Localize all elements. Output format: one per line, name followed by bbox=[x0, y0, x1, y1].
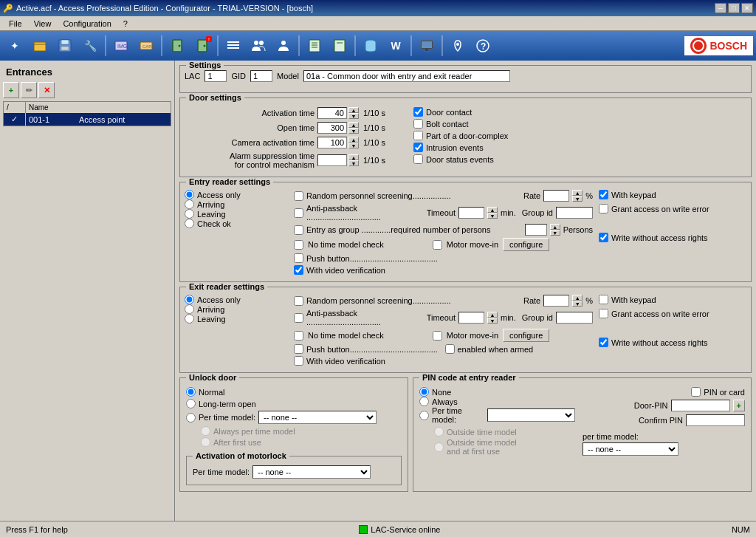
card-button[interactable]: CARD bbox=[134, 34, 158, 58]
visitor-button[interactable] bbox=[272, 34, 295, 58]
exit-timeout-down[interactable]: ▼ bbox=[487, 318, 498, 324]
report2-button[interactable] bbox=[328, 34, 351, 58]
motorlock-per-time-select[interactable]: -- none -- bbox=[252, 465, 371, 479]
add-pin-button[interactable]: + bbox=[733, 400, 745, 411]
bolt-contact-checkbox[interactable] bbox=[413, 119, 423, 129]
exit-rate-up[interactable]: ▲ bbox=[572, 295, 583, 301]
door-complex-checkbox[interactable] bbox=[413, 131, 423, 140]
unlock-normal-radio[interactable] bbox=[186, 387, 196, 397]
exit-grant-checkbox[interactable] bbox=[599, 309, 608, 318]
entry-write-checkbox[interactable] bbox=[599, 233, 608, 242]
alarm-button[interactable]: ! bbox=[190, 34, 214, 58]
exit-write-checkbox[interactable] bbox=[599, 338, 608, 347]
entry-access-only-radio[interactable] bbox=[185, 190, 194, 199]
menu-view[interactable]: View bbox=[28, 18, 58, 30]
exit-timeout-up[interactable]: ▲ bbox=[487, 312, 498, 318]
exit-no-time-checkbox[interactable] bbox=[294, 331, 303, 341]
activation-time-up[interactable]: ▲ bbox=[348, 107, 359, 113]
entry-no-time-checkbox[interactable] bbox=[294, 240, 303, 250]
map-button[interactable] bbox=[446, 34, 470, 58]
door-pin-input[interactable] bbox=[671, 400, 730, 411]
entry-timeout-down[interactable]: ▼ bbox=[487, 213, 498, 219]
entry-persons-up[interactable]: ▲ bbox=[550, 224, 560, 230]
pin-always-radio[interactable] bbox=[419, 397, 429, 406]
menu-file[interactable]: File bbox=[3, 18, 28, 30]
gid-input[interactable] bbox=[250, 70, 272, 82]
exit-arriving-radio[interactable] bbox=[185, 304, 194, 314]
entry-push-checkbox[interactable] bbox=[294, 253, 303, 263]
exit-rate-input[interactable] bbox=[543, 295, 569, 307]
db-button[interactable] bbox=[359, 34, 382, 58]
entry-timeout-up[interactable]: ▲ bbox=[487, 207, 498, 213]
exit-push-checkbox[interactable] bbox=[294, 344, 303, 354]
pin-or-card-checkbox[interactable] bbox=[691, 387, 701, 397]
alarm-time-down[interactable]: ▼ bbox=[348, 160, 359, 166]
report1-button[interactable] bbox=[303, 34, 326, 58]
monitor-button[interactable] bbox=[415, 34, 439, 58]
unlock-after-radio[interactable] bbox=[201, 437, 210, 447]
pin-per-time-select[interactable] bbox=[487, 408, 576, 422]
new-button[interactable]: ✦ bbox=[3, 34, 27, 58]
open-time-down[interactable]: ▼ bbox=[348, 128, 359, 134]
exit-leaving-radio[interactable] bbox=[185, 314, 194, 324]
activation-time-down[interactable]: ▼ bbox=[348, 113, 359, 119]
unlock-always-radio[interactable] bbox=[201, 426, 210, 436]
pin-none-radio[interactable] bbox=[419, 387, 429, 397]
exit-rate-down[interactable]: ▼ bbox=[572, 301, 583, 307]
exit-random-checkbox[interactable] bbox=[294, 296, 303, 306]
exit-keypad-checkbox[interactable] bbox=[599, 295, 608, 304]
pin-per-time-model-select[interactable]: -- none -- bbox=[583, 442, 678, 456]
entry-timeout-input[interactable] bbox=[458, 207, 484, 219]
help-button[interactable]: ? bbox=[471, 34, 495, 58]
model-input[interactable] bbox=[303, 70, 510, 82]
persons-button[interactable] bbox=[247, 34, 270, 58]
exit-motor-checkbox[interactable] bbox=[433, 331, 442, 341]
entry-persons-input[interactable] bbox=[525, 224, 547, 236]
floor-button[interactable] bbox=[221, 34, 245, 58]
delete-entrance-button[interactable]: ✕ bbox=[38, 82, 55, 98]
entry-rate-down[interactable]: ▼ bbox=[572, 196, 583, 202]
entry-grant-checkbox[interactable] bbox=[599, 204, 608, 213]
activation-time-input[interactable] bbox=[317, 107, 347, 119]
entry-check-ok-radio[interactable] bbox=[185, 219, 194, 228]
unlock-per-time-select[interactable]: -- none -- bbox=[258, 411, 377, 424]
minimize-button[interactable]: ─ bbox=[715, 3, 726, 13]
pin-per-time-radio[interactable] bbox=[419, 411, 429, 420]
intrusion-events-checkbox[interactable] bbox=[413, 143, 423, 152]
confirm-pin-input[interactable] bbox=[686, 414, 745, 426]
save-button[interactable] bbox=[53, 34, 77, 58]
open-time-input[interactable] bbox=[317, 122, 347, 134]
camera-time-input[interactable] bbox=[317, 137, 347, 148]
entry-video-checkbox[interactable] bbox=[294, 265, 303, 275]
entry-configure-button[interactable]: configure bbox=[503, 238, 549, 251]
door-contact-checkbox[interactable] bbox=[413, 107, 423, 117]
door-status-checkbox[interactable] bbox=[413, 154, 423, 164]
entry-motor-checkbox[interactable] bbox=[433, 240, 442, 250]
entry-random-checkbox[interactable] bbox=[294, 191, 303, 201]
entry-arriving-radio[interactable] bbox=[185, 199, 194, 209]
tools-button[interactable]: 🔧 bbox=[78, 34, 102, 58]
exit-timeout-input[interactable] bbox=[458, 312, 484, 324]
close-button[interactable]: ✕ bbox=[741, 3, 753, 13]
maximize-button[interactable]: □ bbox=[728, 3, 740, 13]
menu-configuration[interactable]: Configuration bbox=[57, 18, 117, 30]
menu-help[interactable]: ? bbox=[117, 18, 134, 30]
exit-apb-checkbox[interactable] bbox=[294, 313, 303, 323]
alarm-time-up[interactable]: ▲ bbox=[348, 154, 359, 160]
tree-item-access-point[interactable]: ✓ 001-1 Access point bbox=[3, 113, 171, 126]
add-entrance-button[interactable]: + bbox=[3, 82, 19, 98]
entry-rate-up[interactable]: ▲ bbox=[572, 190, 583, 196]
door-button[interactable] bbox=[165, 34, 189, 58]
edit-entrance-button[interactable]: ✏ bbox=[21, 82, 37, 98]
exit-access-only-radio[interactable] bbox=[185, 295, 194, 304]
alarm-time-input[interactable] bbox=[317, 154, 347, 166]
entry-groupid-input[interactable] bbox=[556, 207, 593, 219]
import-button[interactable]: IMG bbox=[109, 34, 133, 58]
camera-time-down[interactable]: ▼ bbox=[348, 143, 359, 148]
camera-time-up[interactable]: ▲ bbox=[348, 137, 359, 143]
word-button[interactable]: W bbox=[384, 34, 408, 58]
open-time-up[interactable]: ▲ bbox=[348, 122, 359, 128]
exit-video-checkbox[interactable] bbox=[294, 356, 303, 366]
entry-group-checkbox[interactable] bbox=[294, 225, 303, 235]
exit-configure-button[interactable]: configure bbox=[503, 329, 549, 342]
